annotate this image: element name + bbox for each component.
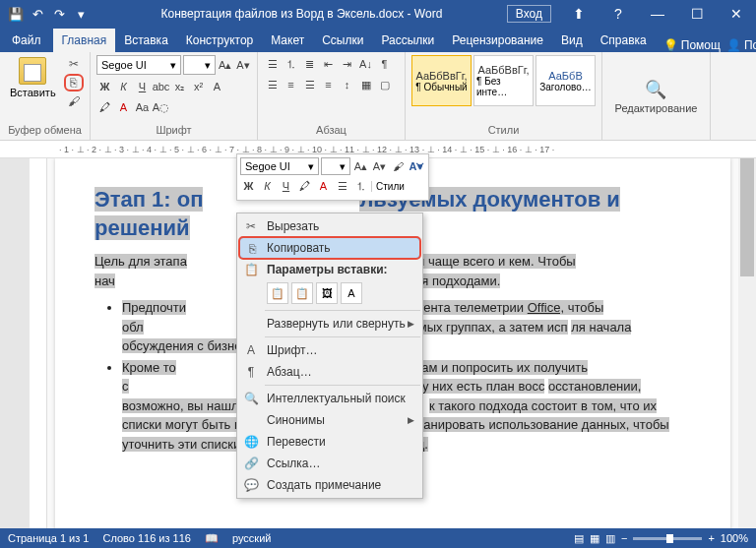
show-marks-icon[interactable]: ¶ bbox=[376, 55, 393, 73]
cm-comment[interactable]: 💬Создать примечание bbox=[239, 474, 420, 496]
style-normal[interactable]: АаБбВвГг,¶ Обычный bbox=[411, 55, 472, 106]
minimize-icon[interactable]: — bbox=[638, 0, 677, 28]
highlight-icon[interactable]: 🖍 bbox=[96, 98, 113, 116]
mt-font-combo[interactable]: Segoe UI▾ bbox=[240, 157, 319, 175]
mt-bold-icon[interactable]: Ж bbox=[240, 177, 257, 195]
style-nospacing[interactable]: АаБбВвГг,¶ Без инте… bbox=[473, 55, 534, 106]
paste-button[interactable]: Вставить bbox=[6, 55, 60, 110]
font-size-combo[interactable]: ▾ bbox=[183, 55, 216, 75]
align-left-icon[interactable]: ☰ bbox=[264, 76, 281, 93]
mt-size-combo[interactable]: ▾ bbox=[321, 157, 350, 175]
shading-icon[interactable]: ▦ bbox=[357, 76, 374, 93]
grow-font-icon[interactable]: A▴ bbox=[218, 56, 233, 74]
maximize-icon[interactable]: ☐ bbox=[677, 0, 717, 28]
tab-help[interactable]: Справка bbox=[592, 29, 656, 52]
mt-styles-label[interactable]: Стили bbox=[371, 181, 405, 192]
subscript-icon[interactable]: x₂ bbox=[171, 78, 188, 95]
copy-icon[interactable]: ⎘ bbox=[64, 74, 84, 91]
mt-numbering-icon[interactable]: ⒈ bbox=[352, 177, 369, 195]
cm-expand[interactable]: Развернуть или свернуть▶ bbox=[239, 313, 420, 335]
cm-translate[interactable]: 🌐Перевести bbox=[239, 431, 420, 453]
paste-text-icon[interactable]: A bbox=[341, 282, 362, 304]
cm-link[interactable]: 🔗Ссылка… bbox=[239, 453, 420, 474]
underline-icon[interactable]: Ч bbox=[134, 78, 151, 95]
increase-indent-icon[interactable]: ⇥ bbox=[339, 55, 355, 73]
mt-highlight-icon[interactable]: 🖍 bbox=[296, 177, 313, 195]
vertical-scrollbar[interactable] bbox=[738, 158, 756, 528]
scrollbar-thumb[interactable] bbox=[740, 158, 754, 276]
cut-icon[interactable]: ✂ bbox=[64, 55, 84, 73]
mt-styles-icon[interactable]: A⮟ bbox=[409, 157, 425, 175]
save-icon[interactable]: 💾 bbox=[6, 4, 26, 24]
share-button[interactable]: 👤 Поделиться bbox=[726, 38, 756, 52]
zoom-slider[interactable] bbox=[633, 537, 702, 540]
line-spacing-icon[interactable]: ↕ bbox=[339, 76, 355, 93]
paste-merge-icon[interactable]: 📋 bbox=[291, 282, 313, 304]
decrease-indent-icon[interactable]: ⇤ bbox=[320, 55, 337, 73]
shrink-font-icon[interactable]: A▾ bbox=[235, 56, 251, 74]
tab-references[interactable]: Ссылки bbox=[313, 29, 372, 52]
clear-format-icon[interactable]: A◌ bbox=[153, 98, 169, 116]
cm-cut[interactable]: ✂Вырезать bbox=[239, 215, 420, 237]
align-center-icon[interactable]: ≡ bbox=[283, 76, 299, 93]
qa-more-icon[interactable]: ▾ bbox=[71, 4, 91, 24]
align-right-icon[interactable]: ☰ bbox=[301, 76, 318, 93]
mt-format-painter-icon[interactable]: 🖌 bbox=[390, 157, 407, 175]
mt-grow-icon[interactable]: A▴ bbox=[352, 157, 369, 175]
cm-copy[interactable]: ⎘Копировать bbox=[239, 237, 420, 259]
bold-icon[interactable]: Ж bbox=[96, 78, 113, 95]
superscript-icon[interactable]: x² bbox=[190, 78, 207, 95]
cm-synonyms[interactable]: Синонимы▶ bbox=[239, 409, 420, 431]
paste-keep-source-icon[interactable]: 📋 bbox=[267, 282, 288, 304]
view-read-icon[interactable]: ▤ bbox=[574, 532, 584, 545]
italic-icon[interactable]: К bbox=[115, 78, 132, 95]
font-name-combo[interactable]: Segoe UI▾ bbox=[96, 55, 181, 75]
tab-layout[interactable]: Макет bbox=[262, 29, 313, 52]
ribbon-options-icon[interactable]: ⬆ bbox=[559, 0, 598, 28]
tab-review[interactable]: Рецензирование bbox=[443, 29, 552, 52]
multilevel-icon[interactable]: ≣ bbox=[301, 55, 318, 73]
help-icon[interactable]: ? bbox=[598, 0, 638, 28]
close-icon[interactable]: ✕ bbox=[717, 0, 756, 28]
style-heading1[interactable]: АаБбВЗаголово… bbox=[536, 55, 596, 106]
cm-font[interactable]: AШрифт… bbox=[239, 339, 420, 361]
mt-italic-icon[interactable]: К bbox=[259, 177, 276, 195]
justify-icon[interactable]: ≡ bbox=[320, 76, 337, 93]
tab-view[interactable]: Вид bbox=[552, 29, 592, 52]
mt-shrink-icon[interactable]: A▾ bbox=[371, 157, 388, 175]
vertical-ruler[interactable] bbox=[30, 158, 47, 528]
borders-icon[interactable]: ▢ bbox=[376, 76, 393, 93]
tab-design[interactable]: Конструктор bbox=[177, 29, 262, 52]
numbering-icon[interactable]: ⒈ bbox=[283, 55, 299, 73]
status-spellcheck-icon[interactable]: 📖 bbox=[205, 532, 219, 545]
status-words[interactable]: Слово 116 из 116 bbox=[102, 532, 191, 544]
redo-icon[interactable]: ↷ bbox=[49, 4, 69, 24]
cm-smart-lookup[interactable]: 🔍Интеллектуальный поиск bbox=[239, 388, 420, 409]
login-button[interactable]: Вход bbox=[507, 5, 551, 23]
zoom-level[interactable]: 100% bbox=[721, 532, 748, 544]
paste-picture-icon[interactable]: 🖼 bbox=[316, 282, 338, 304]
find-icon[interactable]: 🔍 bbox=[645, 79, 666, 100]
view-web-icon[interactable]: ▥ bbox=[605, 532, 615, 545]
mt-bullets-icon[interactable]: ☰ bbox=[334, 177, 350, 195]
status-page[interactable]: Страница 1 из 1 bbox=[8, 532, 89, 544]
tab-file[interactable]: Файл bbox=[0, 29, 53, 52]
cm-paragraph[interactable]: ¶Абзац… bbox=[239, 361, 420, 383]
mt-underline-icon[interactable]: Ч bbox=[278, 177, 294, 195]
status-language[interactable]: русский bbox=[232, 532, 271, 544]
undo-icon[interactable]: ↶ bbox=[28, 4, 47, 24]
tab-home[interactable]: Главная bbox=[53, 29, 116, 52]
change-case-icon[interactable]: Aa bbox=[134, 98, 151, 116]
tab-mailings[interactable]: Рассылки bbox=[372, 29, 443, 52]
strike-icon[interactable]: abc bbox=[153, 78, 169, 95]
font-color-icon[interactable]: A bbox=[115, 98, 132, 116]
text-effects-icon[interactable]: A bbox=[209, 78, 225, 95]
bullets-icon[interactable]: ☰ bbox=[264, 55, 281, 73]
tell-me[interactable]: 💡 Помощ bbox=[663, 38, 721, 52]
mt-fontcolor-icon[interactable]: A bbox=[315, 177, 332, 195]
zoom-in-icon[interactable]: + bbox=[708, 532, 714, 544]
tab-insert[interactable]: Вставка bbox=[115, 29, 177, 52]
sort-icon[interactable]: A↓ bbox=[357, 55, 374, 73]
view-print-icon[interactable]: ▦ bbox=[590, 532, 599, 545]
format-painter-icon[interactable]: 🖌 bbox=[64, 92, 84, 110]
